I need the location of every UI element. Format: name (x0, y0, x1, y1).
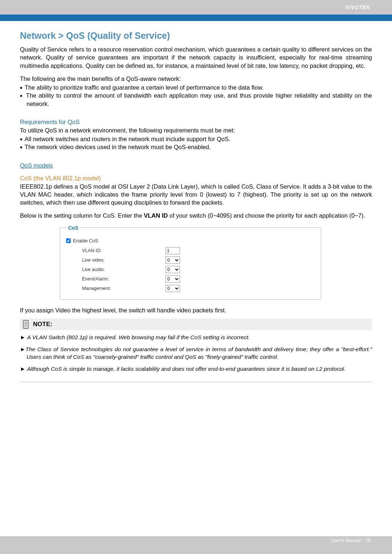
live-video-select[interactable]: 0 (166, 257, 180, 264)
page-content: Network > QoS (Quality of Service) Quali… (0, 21, 392, 536)
brand-label: VIVOTEK (346, 4, 370, 10)
management-row: Management: 0 (82, 285, 314, 292)
note-item: ► Although CoS is simple to manage, it l… (20, 365, 372, 373)
management-label: Management: (82, 286, 166, 291)
bottom-divider (20, 382, 372, 382)
vlan-id-input[interactable] (166, 247, 180, 254)
cos-paragraph: IEEE802.1p defines a QoS model at OSI La… (20, 182, 372, 207)
cos-setting-lead: Below is the setting column for CoS. Ent… (20, 212, 372, 219)
requirements-heading: Requirements for QoS (20, 119, 372, 126)
after-form-text: If you assign Video the highest level, t… (20, 306, 372, 314)
vlan-id-label: VLAN ID: (82, 248, 166, 253)
svg-rect-0 (23, 320, 28, 328)
page-title: Network > QoS (Quality of Service) (20, 30, 372, 41)
cos-form: CoS Enable CoS VLAN ID: Live video: 0 Li… (60, 225, 321, 300)
qos-models-heading: QoS models (20, 162, 372, 169)
benefits-lead: The following are the main benefits of a… (20, 75, 372, 83)
live-audio-select[interactable]: 0 (166, 266, 180, 273)
requirement-item: All network switches and routers in the … (20, 135, 372, 143)
cos-setting-lead-pre: Below is the setting column for CoS. Ent… (20, 212, 144, 219)
event-alarm-select[interactable]: 0 (166, 275, 180, 283)
benefit-item: The ability to prioritize traffic and gu… (20, 83, 372, 91)
enable-cos-checkbox[interactable] (66, 238, 71, 243)
live-video-label: Live video: (82, 257, 166, 263)
note-icon (22, 320, 29, 329)
benefits-list: The ability to prioritize traffic and gu… (20, 83, 372, 108)
enable-cos-row: Enable CoS (66, 238, 314, 243)
note-item: ► A VLAN Switch (802.1p) is required. We… (20, 334, 372, 341)
page-footer: User's Manual - 79 (331, 538, 370, 543)
live-audio-label: Live audio: (82, 267, 166, 272)
event-alarm-label: Event/Alarm: (82, 276, 166, 282)
cos-heading: CoS (the VLAN 802.1p model) (20, 175, 372, 182)
cos-setting-bold: VLAN ID (144, 212, 168, 219)
event-alarm-row: Event/Alarm: 0 (82, 275, 314, 283)
cos-fieldset: CoS Enable CoS VLAN ID: Live video: 0 Li… (60, 225, 321, 300)
cos-legend: CoS (67, 225, 80, 231)
management-select[interactable]: 0 (166, 285, 180, 292)
requirement-item: The network video devices used in the ne… (20, 143, 372, 151)
note-heading-band: NOTE: (20, 319, 372, 330)
header-band: VIVOTEK (0, 0, 392, 15)
requirements-lead: To utilize QoS in a network environment,… (20, 126, 372, 134)
live-audio-row: Live audio: 0 (82, 266, 314, 273)
benefit-item: The ability to control the amount of ban… (20, 91, 372, 108)
live-video-row: Live video: 0 (82, 257, 314, 264)
note-item: ►The Class of Service technologies do no… (20, 346, 372, 361)
vlan-id-row: VLAN ID: (82, 247, 314, 254)
requirements-list: All network switches and routers in the … (20, 135, 372, 151)
enable-cos-label: Enable CoS (73, 238, 98, 243)
blue-band (0, 15, 392, 21)
intro-paragraph: Quality of Service refers to a resource … (20, 45, 372, 70)
note-label: NOTE: (33, 321, 52, 328)
cos-setting-lead-post: of your switch (0~4095) and choose the p… (168, 212, 365, 219)
